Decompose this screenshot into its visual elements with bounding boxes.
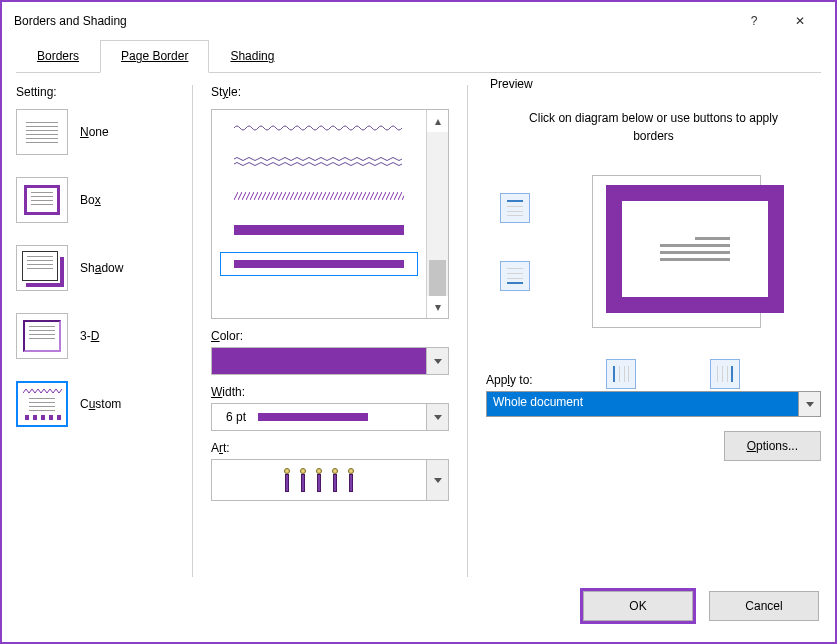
- help-button[interactable]: ?: [731, 6, 777, 36]
- svg-rect-4: [507, 211, 523, 212]
- ok-button[interactable]: OK: [583, 591, 693, 621]
- preview-column: Preview Click on diagram below or use bu…: [486, 85, 821, 577]
- svg-rect-8: [507, 278, 523, 279]
- tab-shading[interactable]: Shading: [209, 40, 295, 73]
- art-icons: [282, 468, 356, 492]
- svg-rect-10: [613, 366, 615, 382]
- apply-to-label: Apply to:: [486, 373, 821, 387]
- width-label: Width:: [211, 385, 449, 399]
- style-item-thick2[interactable]: [220, 252, 418, 276]
- style-label: Style:: [211, 85, 449, 99]
- apply-to-value: Whole document: [487, 392, 798, 416]
- dialog-body: Setting: None Box Shadow 3-D: [2, 73, 835, 583]
- preview-hint: Click on diagram below or use buttons to…: [526, 109, 781, 145]
- divider-2: [467, 85, 468, 577]
- preview-area: [486, 159, 821, 359]
- setting-custom[interactable]: Custom: [16, 381, 174, 427]
- svg-rect-1: [234, 192, 404, 200]
- width-value: 6 pt: [226, 410, 246, 424]
- svg-rect-3: [507, 206, 523, 207]
- style-item-thick1[interactable]: [220, 218, 418, 242]
- cancel-button[interactable]: Cancel: [709, 591, 819, 621]
- border-bottom-button[interactable]: [500, 261, 530, 291]
- close-button[interactable]: ✕: [777, 6, 823, 36]
- style-item-wave1[interactable]: [220, 116, 418, 140]
- tab-borders[interactable]: Borders: [16, 40, 100, 73]
- art-caret: [426, 460, 448, 500]
- svg-rect-15: [722, 366, 723, 382]
- preview-label: Preview: [486, 77, 537, 91]
- style-scrollbar[interactable]: ▴ ▾: [426, 110, 448, 318]
- setting-custom-thumb: [16, 381, 68, 427]
- art-label: Art:: [211, 441, 449, 455]
- style-column: Style: ▴: [211, 85, 449, 577]
- style-item-wave2[interactable]: [220, 150, 418, 174]
- svg-rect-13: [628, 366, 629, 382]
- apply-to-dropdown[interactable]: Whole document: [486, 391, 821, 417]
- dialog-window: { "titlebar": { "title": "Borders and Sh…: [0, 0, 837, 644]
- color-caret: [426, 348, 448, 374]
- setting-box[interactable]: Box: [16, 177, 174, 223]
- svg-rect-5: [507, 215, 523, 216]
- color-dropdown[interactable]: [211, 347, 449, 375]
- svg-rect-12: [624, 366, 625, 382]
- setting-custom-label: Custom: [80, 397, 121, 411]
- svg-rect-17: [731, 366, 733, 382]
- setting-none-label: None: [80, 125, 109, 139]
- setting-column: Setting: None Box Shadow 3-D: [16, 85, 174, 577]
- divider-1: [192, 85, 193, 577]
- setting-shadow[interactable]: Shadow: [16, 245, 174, 291]
- width-caret: [426, 404, 448, 430]
- setting-shadow-thumb: [16, 245, 68, 291]
- border-top-button[interactable]: [500, 193, 530, 223]
- titlebar: Borders and Shading ? ✕: [2, 2, 835, 40]
- scroll-up-icon[interactable]: ▴: [427, 110, 448, 132]
- options-button[interactable]: Options...: [724, 431, 821, 461]
- setting-shadow-label: Shadow: [80, 261, 123, 275]
- svg-rect-6: [507, 268, 523, 269]
- preview-document[interactable]: [606, 185, 784, 313]
- scroll-thumb[interactable]: [429, 260, 446, 296]
- setting-3d-thumb: [16, 313, 68, 359]
- style-listbox[interactable]: ▴ ▾: [211, 109, 449, 319]
- style-item-stripe[interactable]: [220, 184, 418, 208]
- apply-to-caret: [798, 392, 820, 416]
- svg-rect-7: [507, 273, 523, 274]
- color-swatch: [212, 348, 426, 374]
- width-dropdown[interactable]: 6 pt: [211, 403, 449, 431]
- dialog-title: Borders and Shading: [14, 14, 127, 28]
- tab-page-border[interactable]: Page Border: [100, 40, 209, 73]
- color-label: Color:: [211, 329, 449, 343]
- svg-rect-16: [727, 366, 728, 382]
- svg-rect-2: [507, 200, 523, 202]
- border-right-button[interactable]: [710, 359, 740, 389]
- setting-3d-label: 3-D: [80, 329, 99, 343]
- svg-rect-9: [507, 282, 523, 284]
- svg-rect-11: [619, 366, 620, 382]
- setting-box-label: Box: [80, 193, 101, 207]
- setting-none[interactable]: None: [16, 109, 174, 155]
- svg-rect-14: [717, 366, 718, 382]
- setting-label: Setting:: [16, 85, 174, 99]
- tab-row: Borders Page Border Shading: [2, 40, 835, 73]
- width-preview-line: [258, 413, 368, 421]
- scroll-down-icon[interactable]: ▾: [427, 296, 448, 318]
- art-dropdown[interactable]: [211, 459, 449, 501]
- dialog-footer: OK Cancel: [2, 583, 835, 633]
- setting-none-thumb: [16, 109, 68, 155]
- setting-3d[interactable]: 3-D: [16, 313, 174, 359]
- border-left-button[interactable]: [606, 359, 636, 389]
- setting-box-thumb: [16, 177, 68, 223]
